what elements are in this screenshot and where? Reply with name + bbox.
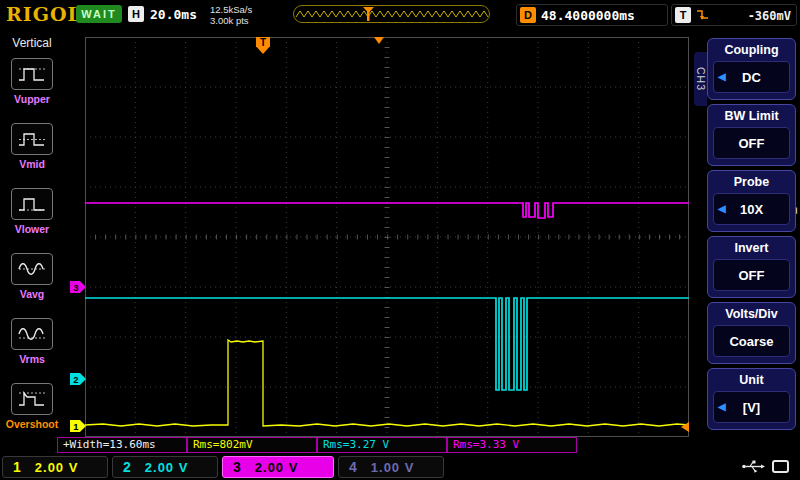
trigger-section: T -360mV: [671, 4, 797, 26]
measure-item-vavg[interactable]: Vavg: [0, 253, 64, 300]
softkey-value[interactable]: ◀ DC: [713, 61, 790, 93]
trigger-level-marker[interactable]: [681, 422, 689, 432]
softkey-value-text: OFF: [739, 268, 765, 283]
waveform-display: T: [85, 37, 689, 437]
channel-2-status[interactable]: 2 2.00 V: [112, 456, 218, 478]
acquisition-info: 12.5kSa/s 3.00k pts: [210, 4, 252, 26]
usb-device-icon: [772, 460, 789, 473]
memory-depth: 3.00k pts: [210, 15, 252, 26]
softkey-value[interactable]: ◀ [V]: [713, 391, 790, 423]
usb-icon: [741, 459, 765, 478]
ch3-trace: [85, 203, 689, 218]
measurement-readout-rms-ch2: Rms=3.27 V: [317, 437, 447, 453]
softkey-title: Probe: [708, 171, 795, 193]
softkey-probe[interactable]: Probe ◀ 10X: [707, 170, 796, 232]
softkey-value[interactable]: Coarse: [713, 325, 790, 357]
softkey-unit[interactable]: Unit ◀ [V]: [707, 368, 796, 430]
sample-rate: 12.5kSa/s: [210, 4, 252, 15]
ch2-trace: [85, 298, 689, 390]
overshoot-icon: [11, 383, 53, 415]
measurement-readout-width: +Width=13.60ms: [57, 437, 187, 453]
softkey-value-text: 10X: [740, 202, 763, 217]
softkey-title: Unit: [708, 369, 795, 391]
softkey-bw-limit[interactable]: BW Limit OFF: [707, 104, 796, 166]
channel-scale: 2.00 V: [145, 460, 189, 475]
softkey-value-text: [V]: [743, 400, 760, 415]
channel-number: 2: [123, 459, 131, 475]
softkey-value-text: Coarse: [729, 334, 773, 349]
measure-label: Overshoot: [0, 418, 64, 430]
horizontal-position-indicator: [293, 5, 490, 23]
measure-label: Vmid: [0, 158, 64, 170]
vavg-icon: [11, 253, 53, 285]
softkey-value[interactable]: OFF: [713, 127, 790, 159]
trigger-level-value[interactable]: -360mV: [748, 9, 791, 23]
softkey-title: BW Limit: [708, 105, 795, 127]
channel-3-status[interactable]: 3 2.00 V: [222, 456, 334, 478]
measure-item-overshoot[interactable]: Overshoot: [0, 383, 64, 430]
channel-number: 3: [233, 459, 241, 475]
vrms-icon: [11, 318, 53, 350]
left-arrow-icon: ◀: [718, 70, 726, 83]
measurement-readout-rms-ch3: Rms=3.33 V: [447, 437, 577, 453]
softkey-coupling[interactable]: Coupling ◀ DC: [707, 38, 796, 100]
ch3-ground-marker[interactable]: 3: [70, 281, 86, 293]
horizontal-label: H: [128, 6, 144, 22]
vlower-icon: [11, 188, 53, 220]
delay-label: D: [520, 7, 536, 23]
channel-4-status[interactable]: 4 1.00 V: [338, 456, 444, 478]
left-arrow-icon: ◀: [718, 400, 726, 413]
rigol-logo: RIGOL: [6, 3, 82, 25]
softkey-volts-div[interactable]: Volts/Div Coarse: [707, 302, 796, 364]
vmid-icon: [11, 123, 53, 155]
softkey-value-text: OFF: [739, 136, 765, 151]
ch1-ground-marker[interactable]: 1: [70, 420, 86, 432]
softkey-value-text: DC: [742, 70, 761, 85]
softkey-value[interactable]: ◀ 10X: [713, 193, 790, 225]
softkey-title: Coupling: [708, 39, 795, 61]
measure-label: Vrms: [0, 353, 64, 365]
trigger-label: T: [675, 7, 691, 23]
delay-section: D 48.4000000ms: [516, 4, 668, 26]
scope-grid: [85, 37, 689, 437]
measure-item-vmid[interactable]: Vmid: [0, 123, 64, 170]
measure-item-vrms[interactable]: Vrms: [0, 318, 64, 365]
measure-label: Vupper: [0, 93, 64, 105]
measure-label: Vavg: [0, 288, 64, 300]
waveform-overview-icon: [294, 6, 489, 22]
delay-value[interactable]: 48.4000000ms: [541, 8, 635, 23]
timebase-value[interactable]: 20.0ms: [150, 7, 197, 22]
left-arrow-icon: ◀: [718, 202, 726, 215]
softkey-title: Invert: [708, 237, 795, 259]
screen-center-marker-icon: [374, 37, 384, 44]
measurement-readout-rms-ch1: Rms=802mV: [187, 437, 317, 453]
ch2-ground-marker[interactable]: 2: [70, 373, 86, 385]
measure-item-vupper[interactable]: Vupper: [0, 58, 64, 105]
softkey-title: Volts/Div: [708, 303, 795, 325]
falling-edge-icon: [695, 7, 711, 23]
channel-number: 4: [349, 459, 357, 475]
softkey-value[interactable]: OFF: [713, 259, 790, 291]
channel-1-status[interactable]: 1 2.00 V: [2, 456, 108, 478]
vupper-icon: [11, 58, 53, 90]
left-menu-title: Vertical: [0, 36, 64, 50]
menu-tab-ch3[interactable]: CH3: [694, 52, 707, 106]
channel-number: 1: [13, 459, 21, 475]
measure-label: Vlower: [0, 223, 64, 235]
measure-item-vlower[interactable]: Vlower: [0, 188, 64, 235]
softkey-invert[interactable]: Invert OFF: [707, 236, 796, 298]
channel-scale: 2.00 V: [255, 460, 299, 475]
channel-scale: 1.00 V: [371, 460, 415, 475]
channel-scale: 2.00 V: [35, 460, 79, 475]
run-status-badge: WAIT: [76, 5, 122, 23]
